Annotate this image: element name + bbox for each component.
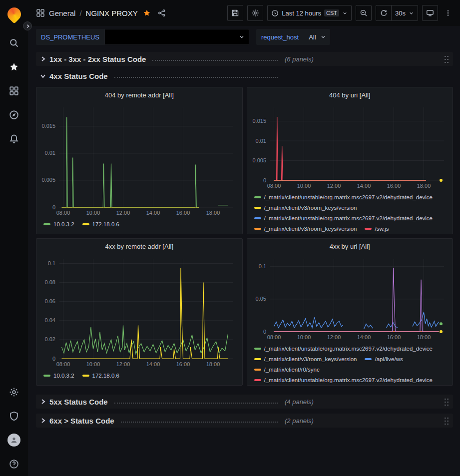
sidebar-item-search[interactable] [3, 31, 25, 55]
sidebar-item-profile[interactable] [3, 428, 25, 452]
row-4xx[interactable]: 4xx Status Code [36, 69, 453, 83]
svg-text:10:00: 10:00 [86, 361, 100, 367]
variable-datasource-label: DS_PROMETHEUS [36, 29, 104, 45]
timeseries-chart[interactable]: 00.050.108:0010:0012:0014:0016:0018:00 [247, 254, 453, 342]
sidebar-item-help[interactable] [3, 452, 25, 476]
zoom-out-time-button[interactable] [356, 5, 372, 21]
breadcrumb-folder[interactable]: General [49, 9, 75, 17]
legend-item[interactable]: 172.18.0.6 [82, 372, 119, 380]
legend-series-label: /_matrix/client/v3/room_keys/version [264, 226, 357, 232]
sidebar-item-alerting[interactable] [3, 127, 25, 151]
legend-series-swatch [254, 379, 261, 381]
legend-series-swatch [254, 348, 261, 350]
more-options-button[interactable] [442, 5, 454, 21]
row-drag-handle[interactable] [444, 417, 449, 425]
legend-item[interactable]: 10.0.3.2 [43, 220, 74, 228]
legend-series-swatch [365, 358, 372, 360]
svg-text:14:00: 14:00 [357, 183, 371, 189]
dashboard-settings-button[interactable] [247, 5, 263, 21]
row-6xx[interactable]: 6xx > Status Code (2 panels) [36, 414, 453, 428]
refresh-button[interactable] [376, 5, 392, 21]
timeseries-chart[interactable]: 00.0050.010.01508:0010:0012:0014:0016:00… [36, 102, 242, 217]
favorite-star-button[interactable] [143, 9, 151, 17]
legend-item[interactable]: /_matrix/client/unstable/org.matrix.msc2… [254, 214, 433, 222]
compass-icon [9, 110, 19, 120]
sidebar-item-starred[interactable] [3, 55, 25, 79]
svg-text:10:00: 10:00 [86, 210, 100, 216]
row-drag-handle[interactable] [444, 398, 449, 406]
legend-item[interactable]: /_matrix/client/unstable/org.matrix.msc2… [254, 345, 433, 353]
variable-request-host-value-dropdown[interactable]: All [304, 29, 330, 45]
row-title: 1xx - 3xx - 2xx Status Code [49, 55, 146, 63]
legend-item[interactable]: /_matrix/client/r0/sync [254, 366, 320, 374]
svg-text:0.1: 0.1 [258, 263, 266, 269]
bell-icon [9, 134, 19, 144]
legend-series-label: /_matrix/client/unstable/org.matrix.msc2… [264, 194, 433, 200]
legend-item[interactable]: /_matrix/client/v3/room_keys/version [254, 225, 357, 233]
legend-item[interactable]: /_matrix/client/v3/room_keys/version [254, 204, 357, 212]
svg-text:14:00: 14:00 [146, 361, 160, 367]
svg-text:0: 0 [52, 356, 55, 362]
row-1xx-3xx-2xx[interactable]: 1xx - 3xx - 2xx Status Code (6 panels) [36, 52, 453, 66]
svg-text:12:00: 12:00 [116, 361, 130, 367]
breadcrumb-separator: / [79, 9, 81, 17]
legend-item[interactable]: 10.0.3.2 [43, 372, 74, 380]
chevron-down-icon [239, 34, 245, 40]
legend-item[interactable]: 172.18.0.6 [82, 220, 119, 228]
save-icon [231, 9, 239, 17]
help-icon [9, 459, 19, 469]
legend-series-label: /sw.js [375, 226, 389, 232]
sidebar-item-dashboards[interactable] [3, 79, 25, 103]
panel-404-by-remote-addr: 404 by remote addr [All] 00.0050.010.015… [36, 87, 243, 234]
time-range-picker[interactable]: Last 12 hours CST [267, 5, 352, 21]
row-drag-handle[interactable] [444, 55, 449, 63]
panel-title[interactable]: 404 by uri [All] [247, 87, 453, 102]
svg-text:0.015: 0.015 [252, 118, 266, 124]
panel-title[interactable]: 4xx by uri [All] [247, 239, 453, 254]
legend-item[interactable]: /api/live/ws [365, 355, 403, 363]
breadcrumb-dashboard-title[interactable]: NGINX PROXY [86, 9, 138, 17]
dashboards-icon [9, 86, 19, 96]
cycle-view-mode-button[interactable] [422, 5, 438, 21]
save-dashboard-button[interactable] [227, 5, 243, 21]
timeseries-chart[interactable]: 00.0050.010.01508:0010:0012:0014:0016:00… [247, 102, 453, 190]
row-title: 4xx Status Code [49, 72, 108, 80]
timeseries-chart[interactable]: 00.020.040.060.080.108:0010:0012:0014:00… [36, 254, 242, 369]
sidebar-expand-button[interactable] [23, 21, 32, 30]
legend-item[interactable]: /_matrix/client/v3/room_keys/version [254, 355, 357, 363]
svg-text:08:00: 08:00 [267, 334, 281, 340]
panel-count: (2 panels) [285, 417, 314, 425]
panel-title[interactable]: 4xx by remote addr [All] [36, 239, 242, 254]
grafana-logo[interactable] [4, 4, 24, 24]
variable-datasource-value-dropdown[interactable] [104, 29, 249, 45]
svg-text:18:00: 18:00 [206, 361, 220, 367]
shield-icon [9, 411, 19, 421]
legend-item[interactable]: /_matrix/client/unstable/org.matrix.msc2… [254, 376, 433, 384]
row-title: 5xx Status Code [49, 398, 108, 406]
legend-series-swatch [43, 375, 50, 377]
refresh-interval-dropdown[interactable]: 30s [392, 5, 418, 21]
panel-4xx-by-remote-addr: 4xx by remote addr [All] 00.020.040.060.… [36, 238, 243, 386]
panel-title[interactable]: 404 by remote addr [All] [36, 87, 242, 102]
share-icon [158, 9, 166, 17]
row-5xx[interactable]: 5xx Status Code (4 panels) [36, 395, 453, 409]
legend-series-swatch [254, 358, 261, 360]
variable-request-host-label: request_host [256, 29, 304, 45]
sidebar-item-configuration[interactable] [3, 380, 25, 404]
legend-item[interactable]: /_matrix/client/unstable/org.matrix.msc2… [254, 193, 433, 201]
sidebar-item-server-admin[interactable] [3, 404, 25, 428]
chevron-right-icon [40, 399, 46, 405]
legend-series-label: /_matrix/client/v3/room_keys/version [264, 356, 357, 362]
refresh-icon [380, 9, 388, 17]
legend-series-label: /_matrix/client/unstable/org.matrix.msc2… [264, 346, 433, 352]
svg-text:14:00: 14:00 [146, 210, 160, 216]
legend-item[interactable]: /sw.js [365, 225, 389, 233]
sidebar-item-explore[interactable] [3, 103, 25, 127]
gear-icon [9, 387, 19, 397]
svg-text:18:00: 18:00 [417, 183, 431, 189]
svg-text:0.02: 0.02 [45, 336, 55, 342]
share-dashboard-button[interactable] [158, 9, 166, 17]
legend-series-swatch [254, 207, 261, 209]
svg-text:16:00: 16:00 [387, 183, 401, 189]
svg-text:08:00: 08:00 [56, 361, 70, 367]
